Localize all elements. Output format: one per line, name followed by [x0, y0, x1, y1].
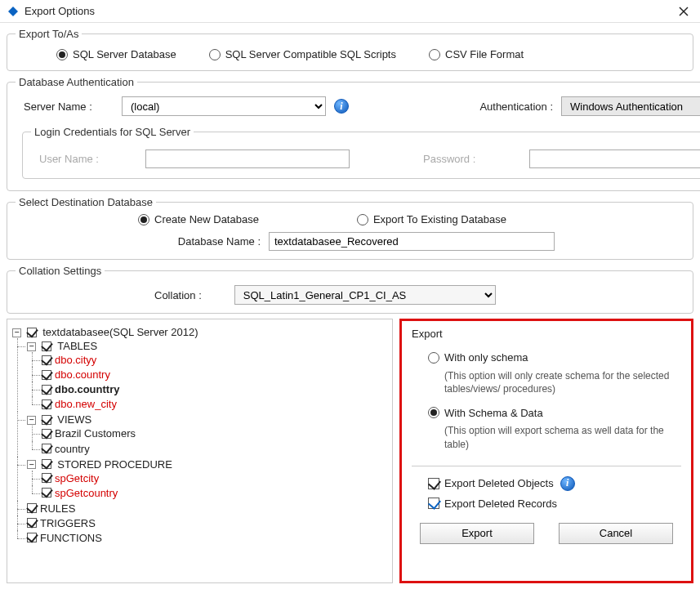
tree-checkbox[interactable] — [42, 370, 51, 380]
schema-only-desc: (This option will only create schema for… — [428, 366, 681, 395]
tree-checkbox[interactable] — [42, 473, 51, 483]
tree-label: Brazil Customers — [55, 428, 136, 440]
collapse-icon[interactable]: − — [12, 328, 21, 337]
tree-checkbox[interactable] — [42, 444, 51, 453]
window-title: Export Options — [25, 5, 674, 17]
radio-csv[interactable]: CSV File Format — [429, 48, 524, 60]
cancel-button[interactable]: Cancel — [559, 523, 673, 544]
titlebar: Export Options — [0, 0, 700, 23]
export-button[interactable]: Export — [420, 523, 534, 544]
radio-label: SQL Server Compatible SQL Scripts — [225, 48, 396, 60]
server-name-select[interactable]: (local) — [122, 96, 326, 116]
tree-item[interactable]: country — [42, 441, 389, 456]
collapse-icon[interactable]: − — [27, 460, 36, 469]
tree-label: VIEWS — [57, 413, 91, 426]
checkbox-icon — [428, 498, 439, 509]
export-options-panel: Export With only schema (This option wil… — [399, 319, 693, 583]
tree-checkbox[interactable] — [42, 399, 51, 409]
schema-data-desc: (This option will export schema as well … — [428, 421, 681, 450]
radio-label: Create New Database — [154, 213, 259, 225]
tree-checkbox[interactable] — [27, 328, 37, 337]
tree-label: spGetcity — [55, 472, 99, 484]
tree-checkbox[interactable] — [42, 415, 51, 425]
tree-label: TRIGGERS — [40, 517, 96, 529]
collation-label: Collation : — [154, 289, 202, 301]
tree-stored-procedures[interactable]: − STORED PROCEDURE spGetcity spGetcountr… — [27, 457, 389, 501]
dest-db-legend: Select Destination Database — [16, 196, 156, 208]
dbname-input[interactable] — [269, 232, 555, 251]
tree-triggers[interactable]: TRIGGERS — [27, 515, 389, 530]
tree-item[interactable]: Brazil Customers — [42, 426, 389, 440]
db-auth-legend: Database Authentication — [16, 76, 137, 88]
radio-dot-icon — [56, 49, 68, 60]
checkbox-icon — [428, 478, 439, 489]
radio-schema-only[interactable]: With only schema — [428, 351, 528, 364]
tree-checkbox[interactable] — [42, 385, 51, 395]
tree-item[interactable]: spGetcountry — [42, 485, 389, 500]
radio-export-existing-db[interactable]: Export To Existing Database — [357, 213, 506, 225]
tree-checkbox[interactable] — [27, 533, 37, 542]
radio-dot-icon — [429, 49, 440, 60]
tree-functions[interactable]: FUNCTIONS — [27, 530, 389, 545]
collapse-icon[interactable]: − — [27, 342, 36, 351]
tree-checkbox[interactable] — [27, 503, 37, 513]
tree-label: dbo.cityy — [55, 354, 96, 366]
radio-sql-scripts[interactable]: SQL Server Compatible SQL Scripts — [209, 48, 396, 60]
divider — [412, 466, 681, 466]
check-export-deleted-objects[interactable]: Export Deleted Objects — [428, 477, 554, 489]
radio-dot-icon — [357, 214, 368, 225]
collation-legend: Collation Settings — [16, 265, 105, 277]
auth-select[interactable]: Windows Authentication — [561, 96, 700, 116]
radio-create-new-db[interactable]: Create New Database — [138, 213, 259, 225]
tree-checkbox[interactable] — [42, 341, 51, 351]
tree-checkbox[interactable] — [42, 488, 51, 498]
radio-dot-icon — [209, 49, 221, 60]
tree-item[interactable]: dbo.country — [42, 367, 389, 382]
tree-views[interactable]: − VIEWS Brazil Customers country — [27, 412, 389, 456]
tree-checkbox[interactable] — [42, 429, 51, 439]
radio-label: CSV File Format — [445, 48, 524, 60]
close-button[interactable] — [674, 2, 693, 21]
radio-sql-server-db[interactable]: SQL Server Database — [56, 48, 176, 60]
tree-rules[interactable]: RULES — [27, 501, 389, 515]
tree-item[interactable]: dbo.cityy — [42, 352, 389, 367]
radio-schema-and-data[interactable]: With Schema & Data — [428, 407, 543, 419]
radio-label: With only schema — [444, 351, 528, 364]
info-icon[interactable]: i — [334, 99, 349, 114]
export-panel-header: Export — [412, 328, 681, 340]
check-label: Export Deleted Records — [444, 498, 557, 510]
username-input[interactable] — [145, 150, 350, 168]
info-icon[interactable]: i — [560, 476, 575, 491]
tree-label: STORED PROCEDURE — [57, 458, 172, 471]
tree-label: dbo.counttry — [55, 383, 119, 395]
app-icon — [7, 5, 20, 18]
collation-group: Collation Settings Collation : SQL_Latin… — [7, 265, 693, 314]
tree-item[interactable]: spGetcity — [42, 471, 389, 485]
tree-item[interactable]: dbo.counttry — [42, 382, 389, 396]
check-export-deleted-records[interactable]: Export Deleted Records — [428, 498, 557, 510]
check-label: Export Deleted Objects — [444, 477, 554, 489]
radio-label: With Schema & Data — [444, 407, 543, 419]
radio-dot-icon — [428, 352, 439, 364]
tree-item[interactable]: dbo.new_city — [42, 396, 389, 411]
tree-label: country — [55, 443, 90, 455]
collapse-icon[interactable]: − — [27, 416, 36, 425]
collation-select[interactable]: SQL_Latin1_General_CP1_CI_AS — [234, 285, 496, 305]
svg-marker-0 — [8, 7, 18, 16]
password-label: Password : — [415, 153, 497, 165]
password-input[interactable] — [529, 150, 700, 168]
tree-label: dbo.country — [55, 368, 110, 381]
tree-root[interactable]: − textdatabasee(SQL Server 2012) − TABLE… — [12, 324, 389, 546]
tree-checkbox[interactable] — [42, 355, 51, 365]
tree-label: FUNCTIONS — [40, 532, 102, 544]
tree-label: RULES — [40, 502, 75, 515]
tree-label: spGetcountry — [55, 487, 118, 499]
db-auth-group: Database Authentication Server Name : (l… — [7, 76, 700, 191]
object-tree[interactable]: − textdatabasee(SQL Server 2012) − TABLE… — [7, 319, 393, 583]
tree-checkbox[interactable] — [27, 518, 37, 528]
tree-checkbox[interactable] — [42, 459, 51, 469]
login-legend: Login Credentials for SQL Server — [31, 126, 194, 138]
tree-tables[interactable]: − TABLES dbo.cityy dbo.country dbo.count… — [27, 338, 389, 412]
tree-label: TABLES — [57, 340, 97, 352]
tree-label: textdatabasee(SQL Server 2012) — [42, 326, 198, 338]
